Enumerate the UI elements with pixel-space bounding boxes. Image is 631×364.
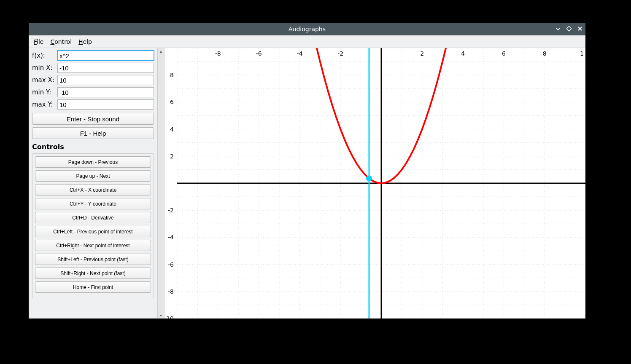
control-button-3[interactable]: Ctrl+Y - Y coordinate: [35, 198, 151, 209]
menu-file-rest: ile: [37, 38, 43, 45]
menu-file[interactable]: File: [31, 37, 46, 46]
chart-svg: -8-6-4-224681-10-8-6-4-22468: [164, 48, 585, 318]
menubar: File Control Help: [29, 35, 585, 48]
scroll-up-icon[interactable]: ▴: [160, 49, 162, 54]
y-tick-label: 6: [170, 99, 174, 105]
miny-input[interactable]: [57, 87, 154, 97]
x-tick-label: 8: [543, 50, 547, 57]
chart-area[interactable]: -8-6-4-224681-10-8-6-4-22468: [164, 48, 585, 318]
control-button-4[interactable]: Ctrl+D - Derivative: [35, 212, 151, 223]
maximize-icon[interactable]: [566, 26, 572, 33]
close-icon[interactable]: [577, 26, 583, 33]
x-tick-label: -6: [256, 50, 262, 57]
x-tick-label: 4: [461, 50, 465, 57]
svg-rect-0: [566, 26, 571, 31]
titlebar[interactable]: Audiographs: [29, 23, 585, 35]
f1-help-button[interactable]: F1 - Help: [32, 127, 154, 139]
miny-label: min Y:: [32, 88, 57, 96]
y-tick-label: -6: [168, 261, 174, 268]
app-window: Audiographs File Control Help f(x):: [29, 23, 585, 318]
window-title: Audiographs: [289, 26, 326, 32]
control-button-7[interactable]: Shift+Left - Previous point (fast): [35, 254, 151, 265]
y-tick-label: -8: [168, 288, 174, 295]
menu-control[interactable]: Control: [48, 37, 74, 46]
maxx-input[interactable]: [57, 75, 154, 85]
minimize-icon[interactable]: [555, 26, 561, 33]
menu-help-rest: elp: [83, 38, 92, 45]
control-button-1[interactable]: Page up - Next: [35, 170, 151, 182]
control-button-0[interactable]: Page down - Previous: [35, 156, 151, 168]
control-button-6[interactable]: Ctrl+Right - Next point of interest: [35, 240, 151, 251]
control-button-9[interactable]: Home - First point: [35, 281, 151, 293]
minx-input[interactable]: [57, 63, 154, 73]
maxy-label: max Y:: [32, 101, 57, 108]
menu-help[interactable]: Help: [76, 37, 94, 46]
control-button-2[interactable]: Ctrl+X - X coordinate: [35, 184, 151, 195]
y-tick-label: -4: [168, 234, 174, 241]
minx-label: min X:: [32, 64, 57, 72]
y-tick-label: 2: [170, 153, 174, 160]
menu-control-rest: ontrol: [54, 38, 72, 45]
x-tick-label: 2: [420, 50, 424, 57]
controls-heading: Controls: [32, 143, 154, 151]
x-tick-label: 6: [502, 50, 506, 57]
x-tick-label: -4: [297, 50, 302, 57]
maxy-input[interactable]: [57, 99, 154, 110]
enter-stop-sound-button[interactable]: Enter - Stop sound: [32, 113, 154, 125]
y-tick-label: -10: [164, 315, 174, 318]
fx-label: f(x):: [32, 52, 57, 59]
svg-text:1: 1: [580, 50, 584, 57]
y-tick-label: -2: [168, 207, 174, 214]
maxx-label: max X:: [32, 76, 57, 84]
control-button-5[interactable]: Ctrl+Left - Previous point of interest: [35, 226, 151, 237]
controls-group: Page down - PreviousPage up - NextCtrl+X…: [32, 153, 154, 298]
sidebar-scrollbar[interactable]: ▴ ▾: [157, 48, 164, 318]
cursor-point: [366, 175, 372, 181]
y-tick-label: 4: [170, 126, 174, 133]
x-tick-label: -2: [337, 50, 343, 57]
sidebar: f(x): min X: max X: min Y: max Y:: [29, 48, 157, 318]
y-tick-label: 8: [170, 72, 174, 78]
scroll-down-icon[interactable]: ▾: [160, 313, 162, 318]
x-tick-label: -8: [215, 50, 221, 57]
fx-input[interactable]: [57, 51, 154, 61]
control-button-8[interactable]: Shift+Right - Next point (fast): [35, 268, 151, 279]
